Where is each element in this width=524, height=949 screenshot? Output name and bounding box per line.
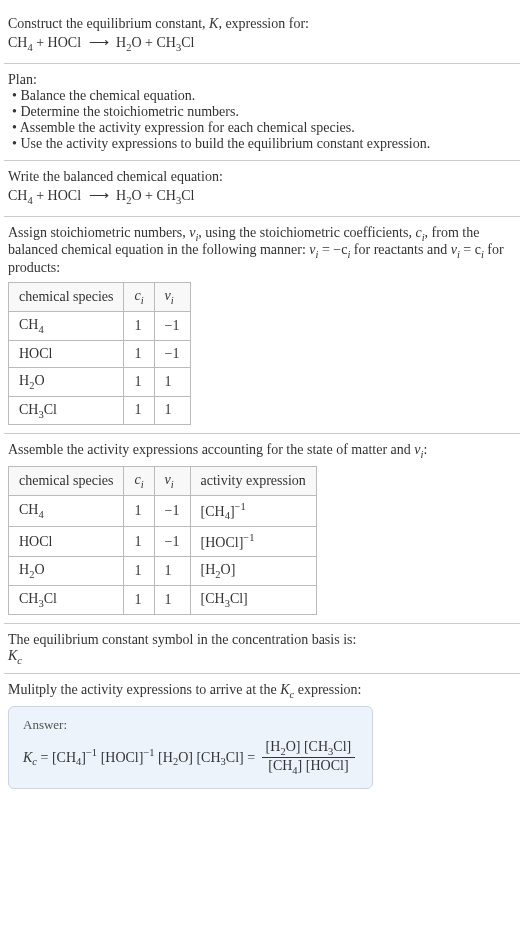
intro-pre: Construct the equilibrium constant, bbox=[8, 16, 209, 31]
stoich-text: Assign stoichiometric numbers, νi, using… bbox=[8, 225, 516, 277]
kc-symbol: Kc bbox=[8, 648, 516, 666]
intro-line: Construct the equilibrium constant, K, e… bbox=[8, 16, 516, 32]
activity-heading: Assemble the activity expressions accoun… bbox=[8, 442, 516, 460]
answer-label: Answer: bbox=[23, 717, 358, 733]
activity-section: Assemble the activity expressions accoun… bbox=[4, 434, 520, 623]
plan-item: Assemble the activity expression for eac… bbox=[12, 120, 516, 136]
table-header-row: chemical species ci νi activity expressi… bbox=[9, 467, 317, 496]
th-species: chemical species bbox=[9, 283, 124, 312]
multiply-text: Mulitply the activity expressions to arr… bbox=[8, 682, 516, 700]
th-nu: νi bbox=[154, 283, 190, 312]
stoich-table: chemical species ci νi CH4 1 −1 HOCl 1 −… bbox=[8, 282, 191, 425]
table-row: CH4 1 −1 bbox=[9, 311, 191, 340]
kc-section: The equilibrium constant symbol in the c… bbox=[4, 624, 520, 675]
kc-expression: Kc = [CH4]−1 [HOCl]−1 [H2O] [CH3Cl] = [H… bbox=[23, 739, 358, 776]
ch4: CH4 bbox=[8, 35, 33, 50]
plan-item: Balance the chemical equation. bbox=[12, 88, 516, 104]
th-ci: ci bbox=[124, 283, 154, 312]
plan-heading: Plan: bbox=[8, 72, 516, 88]
balanced-equation: CH4 + HOCl ⟶ H2O + CH3Cl bbox=[8, 187, 516, 206]
intro-section: Construct the equilibrium constant, K, e… bbox=[4, 8, 520, 64]
plan-list: Balance the chemical equation. Determine… bbox=[12, 88, 516, 152]
plan-item: Determine the stoichiometric numbers. bbox=[12, 104, 516, 120]
kc-line: The equilibrium constant symbol in the c… bbox=[8, 632, 516, 648]
reaction-equation: CH4 + HOCl ⟶ H2O + CH3Cl bbox=[8, 34, 516, 53]
hocl: HOCl bbox=[48, 35, 81, 50]
table-row: HOCl 1 −1 [HOCl]−1 bbox=[9, 527, 317, 557]
plan-section: Plan: Balance the chemical equation. Det… bbox=[4, 64, 520, 161]
intro-post: , expression for: bbox=[218, 16, 309, 31]
table-row: H2O 1 1 [H2O] bbox=[9, 557, 317, 586]
table-row: CH3Cl 1 1 bbox=[9, 396, 191, 425]
table-row: H2O 1 1 bbox=[9, 367, 191, 396]
k-var: K bbox=[209, 16, 218, 31]
answer-box: Answer: Kc = [CH4]−1 [HOCl]−1 [H2O] [CH3… bbox=[8, 706, 373, 789]
h2o: H2O bbox=[116, 35, 142, 50]
table-row: HOCl 1 −1 bbox=[9, 340, 191, 367]
table-row: CH3Cl 1 1 [CH3Cl] bbox=[9, 585, 317, 614]
table-header-row: chemical species ci νi bbox=[9, 283, 191, 312]
table-row: CH4 1 −1 [CH4]−1 bbox=[9, 495, 317, 526]
activity-table: chemical species ci νi activity expressi… bbox=[8, 466, 317, 615]
arrow-icon: ⟶ bbox=[89, 35, 109, 50]
stoich-section: Assign stoichiometric numbers, νi, using… bbox=[4, 217, 520, 435]
ch3cl: CH3Cl bbox=[156, 35, 194, 50]
fraction: [H2O] [CH3Cl] [CH4] [HOCl] bbox=[262, 739, 356, 776]
balanced-heading: Write the balanced chemical equation: bbox=[8, 169, 516, 185]
balanced-section: Write the balanced chemical equation: CH… bbox=[4, 161, 520, 217]
plan-item: Use the activity expressions to build th… bbox=[12, 136, 516, 152]
multiply-section: Mulitply the activity expressions to arr… bbox=[4, 674, 520, 796]
